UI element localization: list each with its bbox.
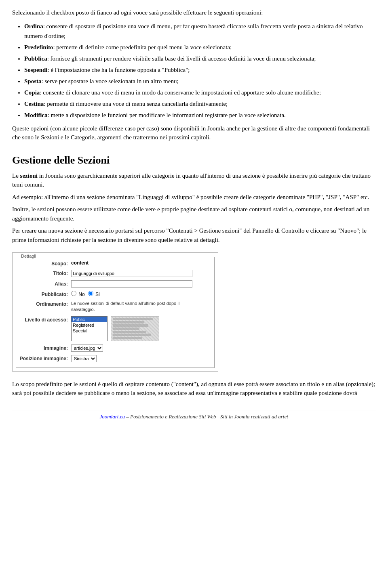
access-image-preview (111, 316, 159, 341)
ordinamento-row: Ordinamento: Le nuove sezioni di default… (19, 299, 212, 313)
section-heading: Gestione delle Sezioni (12, 154, 376, 166)
form-screenshot: Dettagli Scopo: content Titolo: Alias: P… (12, 252, 218, 372)
section-para5: Lo scopo predefinito per le sezioni è qu… (12, 380, 376, 398)
radio-no[interactable] (71, 291, 76, 296)
radio-no-label[interactable]: No (71, 291, 85, 297)
pubblicato-label: Pubblicato: (19, 291, 71, 297)
scopo-row: Scopo: content (19, 259, 212, 267)
titolo-label: Titolo: (19, 270, 71, 276)
item-text: : permette di definire come predefinita … (53, 44, 232, 50)
posizione-label: Posizione immagine: (19, 355, 71, 361)
immagine-row: Immagine: articles.jpg (19, 343, 212, 352)
list-item: Copia: consente di clonare una voce di m… (24, 88, 376, 97)
list-item: Ordina: consente di spostare di posizion… (24, 21, 376, 41)
alias-label: Alias: (19, 280, 71, 287)
section-para3: Inoltre, le sezioni possono essere utili… (12, 205, 376, 223)
footer-link[interactable]: Joomlart.eu (99, 414, 124, 420)
pubblicato-row: Pubblicato: No Si (19, 290, 212, 297)
radio-si-text: Si (95, 292, 100, 297)
titolo-row: Titolo: (19, 269, 212, 277)
item-text: : permette di rimuovere una voce di menu… (44, 101, 228, 107)
pubblicato-radios: No Si (71, 291, 212, 297)
radio-no-text: No (78, 292, 84, 297)
access-item-public[interactable]: Public (72, 317, 107, 322)
scopo-label: Scopo: (19, 260, 71, 267)
alias-row: Alias: (19, 279, 212, 288)
intro-opening: Selezionando il checkbox posto di fianco… (12, 8, 376, 17)
accesso-label: Livello di accesso: (19, 316, 71, 323)
access-item-registered[interactable]: Registered (72, 322, 107, 328)
immagine-value: articles.jpg (71, 344, 212, 352)
immagine-label: Immagine: (19, 344, 71, 351)
list-item: Predefinito: permette di definire come p… (24, 42, 376, 52)
list-item: Pubblica: fornisce gli strumenti per ren… (24, 54, 376, 63)
item-text: : consente di spostare di posizione una … (24, 23, 363, 39)
item-text: : fornisce gli strumenti per rendere vis… (47, 55, 316, 62)
posizione-value: Sinistra (71, 355, 212, 362)
footer-tagline: – Posizionamento e Realizzazione Siti We… (125, 414, 289, 420)
radio-si[interactable] (88, 291, 93, 296)
alias-value (71, 280, 212, 288)
access-listbox[interactable]: Public Registered Special (71, 316, 108, 341)
closing-paragraph: Queste opzioni (con alcune piccole diffe… (12, 124, 376, 142)
features-list: Ordina: consente di spostare di posizion… (24, 21, 376, 120)
item-label: Ordina (24, 23, 43, 29)
section-para4: Per creare una nuova sezione è necessari… (12, 226, 376, 244)
scopo-text: content (71, 260, 89, 266)
item-text: : mette a disposizione le funzioni per m… (48, 112, 286, 118)
titolo-value (71, 270, 212, 277)
ordinamento-label: Ordinamento: (19, 300, 71, 307)
immagine-select[interactable]: articles.jpg (71, 344, 103, 352)
list-item: Sposta: serve per spostare la voce selez… (24, 76, 376, 86)
alias-input[interactable] (71, 280, 192, 288)
accesso-row: Livello di accesso: Public Registered Sp… (19, 315, 212, 341)
item-label: Cestina (24, 101, 44, 107)
item-label: Modifica (24, 112, 48, 118)
item-text: : consente di clonare una voce di menu i… (40, 89, 321, 96)
list-item: Modifica: mette a disposizione le funzio… (24, 110, 376, 120)
item-label: Copia (24, 89, 40, 96)
scopo-value: content (71, 260, 212, 266)
item-text: : serve per spostare la voce selezionata… (42, 78, 179, 84)
item-text: : è l'impostazione che ha la funzione op… (48, 67, 190, 73)
radio-si-label[interactable]: Si (88, 291, 100, 297)
footer: Joomlart.eu – Posizionamento e Realizzaz… (12, 410, 376, 420)
titolo-input[interactable] (71, 270, 192, 277)
section-para1: Le sezioni in Joomla sono gerarchicament… (12, 171, 376, 189)
ordinamento-value: Le nuove sezioni di default vanno all'ul… (71, 300, 212, 313)
accesso-value: Public Registered Special (71, 316, 212, 341)
list-item: Sospendi: è l'impostazione che ha la fun… (24, 65, 376, 75)
item-label: Sospendi (24, 67, 48, 73)
details-fieldset: Dettagli Scopo: content Titolo: Alias: P… (16, 257, 215, 368)
ordinamento-text: Le nuove sezioni di default vanno all'ul… (71, 300, 192, 313)
item-label: Sposta (24, 78, 42, 84)
list-item: Cestina: permette di rimuovere una voce … (24, 99, 376, 109)
item-label: Pubblica (24, 55, 47, 62)
posizione-select[interactable]: Sinistra (71, 355, 97, 362)
section-para2: Ad esempio: all'interno di una sezione d… (12, 193, 376, 202)
posizione-row: Posizione immagine: Sinistra (19, 354, 212, 362)
item-label: Predefinito (24, 44, 53, 50)
access-item-special[interactable]: Special (72, 328, 107, 334)
fieldset-legend: Dettagli (19, 254, 38, 258)
